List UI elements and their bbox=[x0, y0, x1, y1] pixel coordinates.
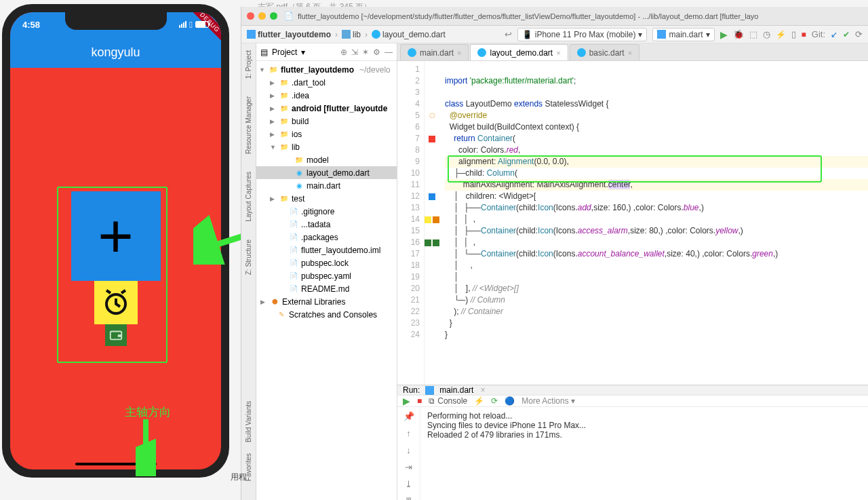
code-annotation-box bbox=[448, 155, 822, 182]
tree-item: 📄pubspec.lock bbox=[256, 256, 397, 269]
nav-back-icon[interactable]: ↩ bbox=[505, 29, 512, 39]
home-indicator bbox=[75, 463, 157, 465]
crumb-lib[interactable]: lib bbox=[342, 30, 361, 39]
battery-icon bbox=[195, 21, 209, 28]
notch bbox=[65, 12, 167, 30]
gutter-icons: ⎔ bbox=[425, 61, 439, 385]
project-panel-title[interactable]: Project bbox=[272, 47, 297, 57]
hot-reload-button[interactable]: ⚡ bbox=[776, 30, 786, 39]
tree-item: ◉main.dart bbox=[256, 179, 397, 192]
expand-icon[interactable]: ⇲ bbox=[351, 47, 358, 57]
ide-window: 📄 flutter_layoutdemo [~/development/stud… bbox=[241, 7, 868, 500]
run-side-tools: 📌 ↑ ↓ ⇥ ⤓ 🖶 bbox=[397, 407, 420, 500]
crumb-project[interactable]: flutter_layoutdemo bbox=[247, 30, 331, 39]
locate-icon[interactable]: ⊕ bbox=[340, 47, 347, 57]
tree-item: 📄...tadata bbox=[256, 218, 397, 231]
tree-item: 📄.gitignore bbox=[256, 205, 397, 218]
device-selector[interactable]: 📱 iPhone 11 Pro Max (mobile) ▾ bbox=[517, 28, 648, 41]
close-icon[interactable]: × bbox=[628, 49, 632, 57]
more-actions[interactable]: More Actions ▾ bbox=[521, 396, 575, 406]
project-panel-header: ▤ Project ▾ ⊕ ⇲ ✶ ⚙ — bbox=[256, 43, 397, 61]
ide-titlebar: 📄 flutter_layoutdemo [~/development/stud… bbox=[241, 7, 868, 26]
tree-item: 📄pubspec.yaml bbox=[256, 269, 397, 282]
traffic-lights[interactable] bbox=[247, 12, 277, 20]
tree-item: ▶📁.dart_tool bbox=[256, 76, 397, 89]
tab-structure[interactable]: Z: Structure bbox=[243, 237, 254, 277]
tree-root: ▼📁flutter_layoutdemo~/develo bbox=[256, 63, 397, 76]
tree-item: 📄README.md bbox=[256, 282, 397, 295]
close-run-tab[interactable]: × bbox=[480, 385, 485, 395]
chinese-footer: 用程 bbox=[231, 472, 247, 483]
tab-resource-manager[interactable]: Resource Manager bbox=[243, 94, 254, 157]
tree-item: ▶📁.idea bbox=[256, 89, 397, 102]
code-content[interactable]: import import 'package:flutter/material.… bbox=[439, 61, 868, 385]
left-tool-strip-bottom: Build Variants Favorites bbox=[241, 397, 256, 500]
app-bar-title: kongyulu bbox=[10, 37, 221, 68]
line-gutter: 123456789101112131415161718192021222324 bbox=[397, 61, 425, 385]
collapse-icon[interactable]: ✶ bbox=[362, 47, 369, 57]
debug-button[interactable]: 🐞 bbox=[733, 29, 744, 39]
down-icon[interactable]: ↓ bbox=[406, 445, 411, 455]
project-tree[interactable]: ▼📁flutter_layoutdemo~/develo ▶📁.dart_too… bbox=[256, 61, 397, 500]
title-doc-icon: 📄 bbox=[284, 12, 294, 20]
tree-item: ▶📁test bbox=[256, 192, 397, 205]
scroll-icon[interactable]: ⤓ bbox=[405, 479, 412, 489]
tree-item: 📄.packages bbox=[256, 231, 397, 244]
stop-button[interactable]: ■ bbox=[802, 30, 806, 39]
tab-basic[interactable]: basic.dart× bbox=[570, 44, 639, 60]
git-label: Git: bbox=[812, 29, 825, 39]
tree-item: ▶📁ios bbox=[256, 128, 397, 140]
tree-item: ▼📁lib bbox=[256, 140, 397, 153]
tree-item: 📁model bbox=[256, 153, 397, 166]
run-hot-reload[interactable]: ⚡ bbox=[474, 396, 484, 406]
run-button[interactable]: ▶ bbox=[720, 29, 728, 40]
project-panel: ▤ Project ▾ ⊕ ⇲ ✶ ⚙ — ▼📁flutter_layoutde… bbox=[256, 43, 397, 500]
annotation-box bbox=[57, 187, 167, 363]
close-icon[interactable]: × bbox=[457, 49, 461, 57]
tree-item-selected: ◉layout_demo.dart bbox=[256, 166, 397, 179]
tree-item: ▶⬢External Libraries bbox=[256, 295, 397, 308]
project-view-icon[interactable]: ▤ bbox=[260, 47, 268, 57]
profile-button[interactable]: ◷ bbox=[763, 29, 770, 39]
up-icon[interactable]: ↑ bbox=[406, 428, 411, 438]
run-toolbar: ↩ 📱 iPhone 11 Pro Max (mobile) ▾ main.da… bbox=[505, 28, 863, 41]
tree-item: ✎Scratches and Consoles bbox=[256, 308, 397, 321]
close-icon[interactable]: × bbox=[556, 49, 560, 57]
tab-layout-captures[interactable]: Layout Captures bbox=[243, 169, 254, 224]
settings-icon[interactable]: ⚙ bbox=[373, 47, 380, 57]
run-header: Run: main.dart × bbox=[397, 385, 868, 396]
editor-tabs: main.dart× layout_demo.dart× basic.dart× bbox=[397, 43, 868, 61]
tab-project[interactable]: 1: Project bbox=[243, 47, 254, 81]
tree-item: ▶📁android [flutter_layoutde bbox=[256, 102, 397, 115]
coverage-button[interactable]: ⬚ bbox=[749, 29, 757, 39]
attach-button[interactable]: ▯ bbox=[791, 29, 796, 39]
console-output[interactable]: Performing hot reload... Syncing files t… bbox=[420, 407, 868, 500]
git-history-icon[interactable]: ⟳ bbox=[855, 29, 863, 39]
run-toolbar-row: ▶ ■ ⧉ Console ⚡ ⟳ 🔵 More Actions ▾ bbox=[397, 396, 868, 407]
run-config-selector[interactable]: main.dart ▾ bbox=[652, 28, 714, 41]
git-update-icon[interactable]: ↙ bbox=[831, 30, 837, 39]
tab-layout-demo[interactable]: layout_demo.dart× bbox=[470, 44, 568, 60]
tree-item: 📄flutter_layoutdemo.iml bbox=[256, 244, 397, 256]
editor-area: main.dart× layout_demo.dart× basic.dart×… bbox=[397, 43, 868, 500]
axis-direction-label: 主轴方向 bbox=[125, 404, 171, 420]
rerun-button[interactable]: ▶ bbox=[403, 396, 410, 406]
code-editor[interactable]: 123456789101112131415161718192021222324 … bbox=[397, 61, 868, 385]
pin-icon[interactable]: 📌 bbox=[403, 411, 414, 421]
wrap-icon[interactable]: ⇥ bbox=[405, 462, 412, 472]
run-panel: Run: main.dart × ▶ ■ ⧉ Console ⚡ ⟳ 🔵 Mor… bbox=[397, 385, 868, 500]
open-devtools[interactable]: 🔵 bbox=[505, 396, 515, 406]
tab-main[interactable]: main.dart× bbox=[400, 44, 469, 60]
console-tab[interactable]: ⧉ Console bbox=[429, 396, 467, 406]
run-hot-restart[interactable]: ⟳ bbox=[491, 396, 498, 406]
git-commit-icon[interactable]: ✔ bbox=[843, 30, 850, 39]
breadcrumb-bar: flutter_layoutdemo › lib › layout_demo.d… bbox=[241, 26, 868, 43]
signal-icon bbox=[179, 21, 186, 28]
tab-build-variants[interactable]: Build Variants bbox=[245, 401, 252, 442]
wifi-icon: 󰤨 bbox=[189, 20, 193, 30]
run-stop-button[interactable]: ■ bbox=[417, 396, 422, 406]
hide-panel-icon[interactable]: — bbox=[384, 47, 393, 57]
print-icon[interactable]: 🖶 bbox=[404, 496, 413, 500]
crumb-file[interactable]: layout_demo.dart bbox=[372, 30, 446, 39]
tree-item: ▶📁build bbox=[256, 115, 397, 128]
